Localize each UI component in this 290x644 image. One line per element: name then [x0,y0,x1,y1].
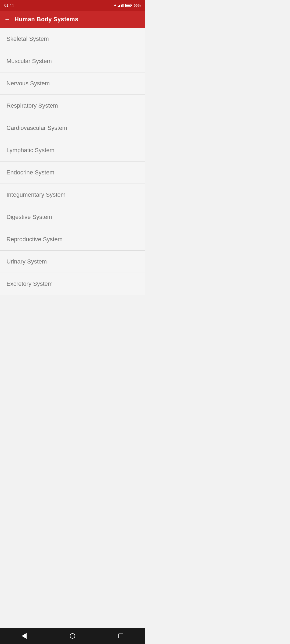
list-item-label-cardiovascular: Cardiovascular System [6,125,67,131]
list-item-label-urinary: Urinary System [6,258,47,265]
list-item-muscular[interactable]: Muscular System [0,50,145,72]
page-title: Human Body Systems [15,16,78,23]
list-item-label-respiratory: Respiratory System [6,102,58,109]
app-bar: ← Human Body Systems [0,11,145,28]
list-item-label-integumentary: Integumentary System [6,191,66,198]
list-item-label-skeletal: Skeletal System [6,35,49,42]
list-item-label-excretory: Excretory System [6,280,53,287]
signal-icon [118,4,124,7]
list-item-label-endocrine: Endocrine System [6,169,55,176]
battery-percentage: 99% [134,3,141,8]
list-item-cardiovascular[interactable]: Cardiovascular System [0,117,145,139]
list-item-reproductive[interactable]: Reproductive System [0,228,145,251]
list-item-label-lymphatic: Lymphatic System [6,147,55,154]
status-time: 01:44 [4,3,14,8]
list-item-label-digestive: Digestive System [6,214,52,221]
list-item-excretory[interactable]: Excretory System [0,273,145,295]
list-item-label-nervous: Nervous System [6,80,50,87]
list-item-integumentary[interactable]: Integumentary System [0,184,145,206]
list-item-lymphatic[interactable]: Lymphatic System [0,139,145,162]
battery-icon [125,4,132,7]
list-item-urinary[interactable]: Urinary System [0,251,145,273]
list-item-label-muscular: Muscular System [6,58,52,65]
list-item-endocrine[interactable]: Endocrine System [0,162,145,184]
network-dot-icon [114,5,116,6]
status-bar: 01:44 99% [0,0,145,11]
body-systems-list: Skeletal SystemMuscular SystemNervous Sy… [0,28,145,295]
list-item-label-reproductive: Reproductive System [6,236,63,243]
list-item-digestive[interactable]: Digestive System [0,206,145,228]
list-item-nervous[interactable]: Nervous System [0,72,145,95]
status-icons: 99% [114,3,141,8]
list-item-respiratory[interactable]: Respiratory System [0,95,145,117]
back-button[interactable]: ← [4,16,10,23]
list-item-skeletal[interactable]: Skeletal System [0,28,145,50]
